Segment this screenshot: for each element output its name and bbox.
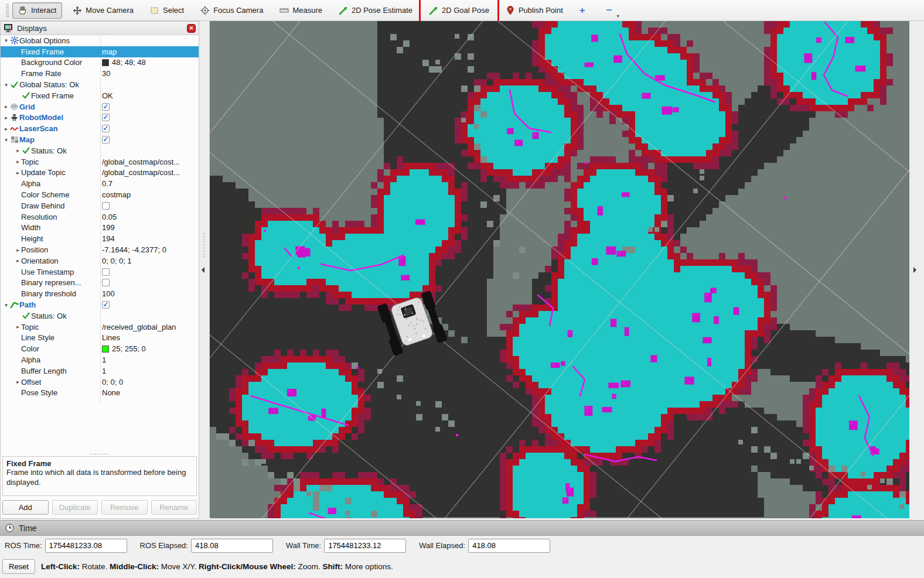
display-row-topic[interactable]: ▸Topic/global_costmap/cost... (1, 156, 199, 167)
property-value[interactable]: 25; 255; 0 (102, 344, 197, 353)
property-value[interactable]: /received_global_plan (102, 323, 197, 331)
checkbox-checked[interactable]: ✓ (102, 301, 110, 309)
focus-camera-tool-button[interactable]: Focus Camera (195, 2, 269, 19)
expander-icon[interactable]: ▾ (3, 137, 9, 143)
checkbox-unchecked[interactable] (102, 279, 110, 286)
display-row-fixed-frame[interactable]: Fixed FrameOK (1, 90, 199, 101)
expander-icon[interactable]: ▸ (15, 324, 21, 330)
display-row-path[interactable]: ▾Path✓ (1, 299, 199, 310)
property-value[interactable]: Lines (102, 333, 197, 342)
property-value[interactable]: ✓ (102, 125, 197, 132)
display-row-width[interactable]: Width199 (1, 223, 199, 234)
checkbox-unchecked[interactable] (102, 268, 110, 276)
toolbar-drag-handle[interactable] (6, 4, 9, 18)
expander-icon[interactable]: ▸ (3, 126, 9, 132)
display-row-global-options[interactable]: ▾Global Options (1, 35, 199, 46)
display-row-draw-behind[interactable]: Draw Behind (1, 200, 199, 211)
display-row-line-style[interactable]: Line StyleLines (1, 333, 199, 344)
display-row-global-status-ok[interactable]: ▾Global Status: Ok (1, 79, 199, 90)
property-value[interactable]: 199 (102, 223, 197, 232)
displays-panel-header[interactable]: Displays ✕ (1, 22, 199, 35)
property-value[interactable]: 1 (102, 367, 197, 375)
duplicate-button[interactable]: Duplicate (52, 500, 98, 515)
measure-tool-button[interactable]: Measure (274, 2, 328, 19)
expander-icon[interactable]: ▸ (15, 170, 21, 176)
display-row-resolution[interactable]: Resolution0.05 (1, 211, 199, 223)
display-row-position[interactable]: ▸Position-7.1644; -4.2377; 0 (1, 244, 199, 255)
ros-time-input[interactable] (45, 539, 127, 553)
display-row-background-color[interactable]: Background Color48; 48; 48 (1, 57, 199, 69)
3d-viewport[interactable] (210, 21, 909, 518)
2d-goal-pose-tool-button[interactable]: 2D Goal Pose (423, 2, 495, 19)
reset-button[interactable]: Reset (2, 559, 35, 574)
property-value[interactable]: 30 (102, 69, 197, 78)
collapse-left-icon[interactable] (202, 267, 204, 273)
remove-button[interactable]: Remove (101, 500, 148, 515)
property-value[interactable]: costmap (102, 190, 197, 199)
display-row-alpha[interactable]: Alpha0.7 (1, 178, 199, 189)
display-row-buffer-length[interactable]: Buffer Length1 (1, 365, 199, 377)
property-value[interactable]: 1 (102, 355, 197, 364)
checkbox-unchecked[interactable] (102, 202, 110, 210)
time-panel-header[interactable]: Time (0, 520, 924, 536)
checkbox-checked[interactable]: ✓ (102, 136, 110, 143)
property-value[interactable] (102, 202, 197, 210)
display-row-alpha[interactable]: Alpha1 (1, 354, 199, 365)
property-value[interactable]: ✓ (102, 301, 197, 309)
property-value[interactable]: OK (102, 91, 197, 100)
display-row-map[interactable]: ▾Map✓ (1, 134, 199, 145)
property-value[interactable] (102, 268, 197, 276)
display-row-laserscan[interactable]: ▸LaserScan✓ (1, 123, 199, 134)
select-tool-button[interactable]: Select (144, 2, 190, 19)
property-value[interactable]: ✓ (102, 103, 197, 111)
property-value[interactable]: 0; 0; 0 (102, 378, 197, 387)
property-value[interactable]: /global_costmap/cost... (102, 158, 197, 166)
checkbox-checked[interactable]: ✓ (102, 103, 110, 111)
expander-icon[interactable]: ▸ (15, 258, 21, 264)
property-value[interactable]: 48; 48; 48 (102, 58, 197, 67)
property-value[interactable]: ✓ (102, 114, 197, 121)
rename-button[interactable]: Rename (151, 500, 197, 515)
property-value[interactable]: 0.7 (102, 179, 197, 188)
expander-icon[interactable]: ▸ (3, 104, 9, 110)
expander-icon[interactable]: ▾ (3, 37, 9, 43)
display-row-offset[interactable]: ▸Offset0; 0; 0 (1, 377, 199, 388)
wall-elapsed-input[interactable] (468, 539, 550, 553)
wall-time-input[interactable] (324, 539, 406, 553)
expander-icon[interactable]: ▸ (3, 115, 9, 121)
expander-icon[interactable]: ▾ (3, 302, 9, 308)
property-value[interactable]: 0.05 (102, 213, 197, 221)
display-row-status-ok[interactable]: ▸Status: Ok (1, 145, 199, 156)
strip-grip[interactable] (203, 232, 205, 259)
move-camera-tool-button[interactable]: Move Camera (67, 2, 139, 19)
expander-icon[interactable]: ▸ (15, 159, 21, 165)
display-row-binary-represen[interactable]: Binary represen... (1, 278, 199, 289)
property-value[interactable] (102, 279, 197, 286)
property-value[interactable]: 0; 0; 0; 1 (102, 256, 197, 265)
expander-icon[interactable]: ▸ (15, 247, 21, 253)
display-row-grid[interactable]: ▸Grid✓ (1, 101, 199, 112)
display-row-use-timestamp[interactable]: Use Timestamp (1, 266, 199, 278)
display-row-height[interactable]: Height194 (1, 233, 199, 244)
expander-icon[interactable]: ▸ (15, 148, 21, 153)
property-value[interactable]: 100 (102, 289, 197, 298)
add-button[interactable]: Add (2, 500, 49, 515)
remove-tool-button[interactable]: − ▾ (606, 5, 612, 16)
interact-tool-button[interactable]: Interact (12, 2, 62, 19)
ros-elapsed-input[interactable] (191, 539, 273, 553)
chevron-down-icon[interactable]: ▾ (617, 13, 619, 19)
property-value[interactable]: map (102, 47, 197, 56)
property-value[interactable]: /global_costmap/cost... (102, 168, 197, 177)
close-icon[interactable]: ✕ (187, 24, 196, 33)
display-row-status-ok[interactable]: Status: Ok (1, 310, 199, 322)
property-value[interactable]: -7.1644; -4.2377; 0 (102, 245, 197, 254)
property-value[interactable]: None (102, 388, 197, 397)
collapse-right-icon[interactable] (913, 267, 916, 273)
expander-icon[interactable]: ▸ (15, 379, 21, 385)
display-row-orientation[interactable]: ▸Orientation0; 0; 0; 1 (1, 255, 199, 266)
checkbox-checked[interactable]: ✓ (102, 114, 110, 121)
checkbox-checked[interactable]: ✓ (102, 125, 110, 132)
publish-point-tool-button[interactable]: Publish Point (500, 2, 569, 19)
display-row-color[interactable]: Color25; 255; 0 (1, 343, 199, 354)
display-row-binary-threshold[interactable]: Binary threshold100 (1, 288, 199, 299)
